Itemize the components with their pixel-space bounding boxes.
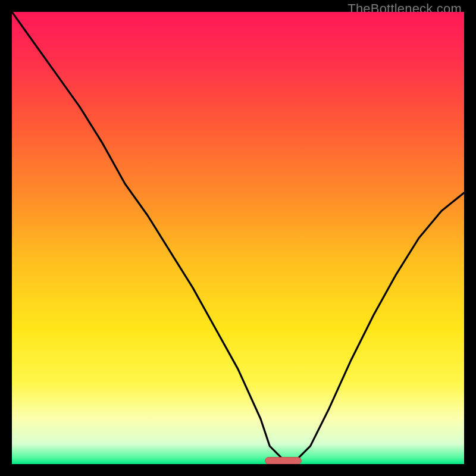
chart-frame (12, 12, 464, 464)
optimal-point-marker (265, 458, 302, 464)
gradient-background (12, 12, 464, 464)
bottleneck-chart (12, 12, 464, 464)
